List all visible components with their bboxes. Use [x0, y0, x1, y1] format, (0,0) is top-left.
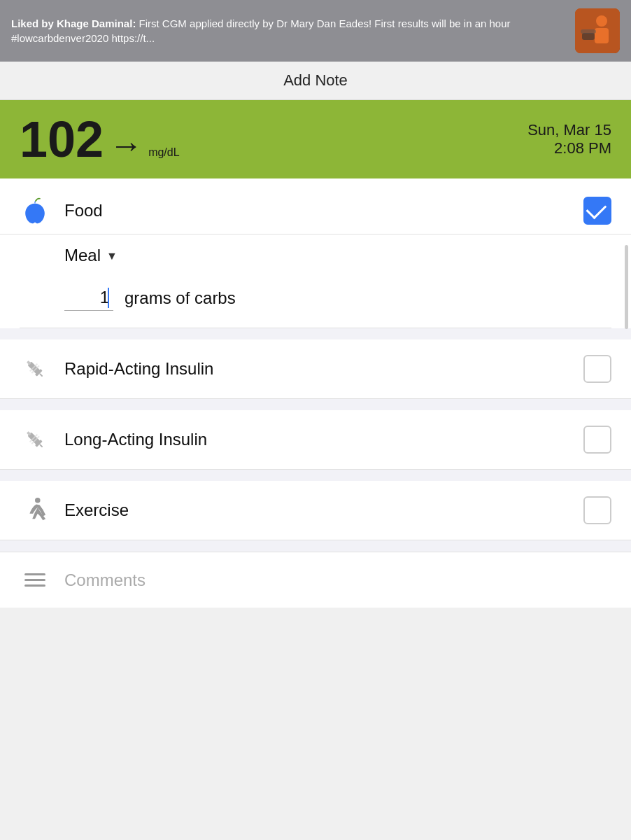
rapid-insulin-label: Rapid-Acting Insulin [64, 359, 569, 379]
comments-label: Comments [64, 570, 146, 590]
add-note-label: Add Note [283, 71, 348, 89]
notification-thumbnail [575, 8, 620, 53]
svg-rect-14 [39, 444, 43, 447]
rapid-insulin-row: Rapid-Acting Insulin [0, 340, 631, 399]
glucose-header: 102 → mg/dL Sun, Mar 15 2:08 PM [0, 100, 631, 178]
comments-row[interactable]: Comments [0, 552, 631, 608]
glucose-value: 102 [20, 114, 104, 164]
section-gap-4 [0, 540, 631, 552]
food-checkbox[interactable] [583, 197, 611, 225]
glucose-unit: mg/dL [148, 146, 179, 164]
notification-text: Liked by Khage Daminal: First CGM applie… [11, 16, 567, 46]
section-gap-1 [0, 328, 631, 340]
food-icon [20, 197, 50, 224]
add-note-bar[interactable]: Add Note [0, 62, 631, 100]
meal-row: Meal ▼ [20, 234, 611, 276]
section-gap-2 [0, 399, 631, 410]
glucose-time: 2:08 PM [527, 139, 611, 158]
svg-point-1 [596, 15, 607, 27]
exercise-row: Exercise [0, 481, 631, 540]
scrollbar[interactable] [625, 245, 628, 329]
exercise-checkbox[interactable] [583, 496, 611, 524]
long-insulin-label: Long-Acting Insulin [64, 430, 569, 449]
exercise-icon [20, 496, 50, 524]
carbs-input-wrapper [64, 285, 113, 311]
glucose-date: Sun, Mar 15 [527, 121, 611, 139]
svg-rect-8 [39, 373, 43, 377]
long-insulin-icon [20, 428, 50, 451]
notification-liked-by: Liked by Khage Daminal: [11, 18, 136, 29]
svg-rect-4 [581, 29, 596, 34]
rapid-insulin-icon [20, 357, 50, 381]
carbs-unit-label: grams of carbs [125, 288, 236, 308]
food-expanded: Meal ▼ grams of carbs [0, 234, 631, 328]
svg-rect-3 [582, 33, 595, 40]
menu-lines-icon [24, 573, 45, 587]
food-section-row: Food [0, 178, 631, 234]
svg-rect-2 [595, 28, 609, 43]
notification-banner[interactable]: Liked by Khage Daminal: First CGM applie… [0, 0, 631, 62]
svg-point-17 [35, 498, 41, 503]
carbs-row: grams of carbs [20, 276, 611, 328]
long-insulin-checkbox[interactable] [583, 426, 611, 454]
comments-icon [20, 573, 50, 587]
long-insulin-row: Long-Acting Insulin [0, 410, 631, 470]
exercise-label: Exercise [64, 500, 569, 520]
cursor-line [108, 288, 109, 308]
glucose-trend-arrow: → [109, 129, 143, 162]
food-label: Food [64, 201, 569, 220]
carbs-input[interactable] [64, 285, 113, 311]
meal-label: Meal [64, 246, 101, 265]
meal-dropdown-icon[interactable]: ▼ [106, 250, 118, 262]
rapid-insulin-checkbox[interactable] [583, 355, 611, 383]
glucose-reading: 102 → mg/dL [20, 114, 180, 164]
section-gap-3 [0, 470, 631, 481]
main-content: Food Meal ▼ grams of carbs [0, 178, 631, 608]
glucose-datetime: Sun, Mar 15 2:08 PM [527, 121, 611, 158]
